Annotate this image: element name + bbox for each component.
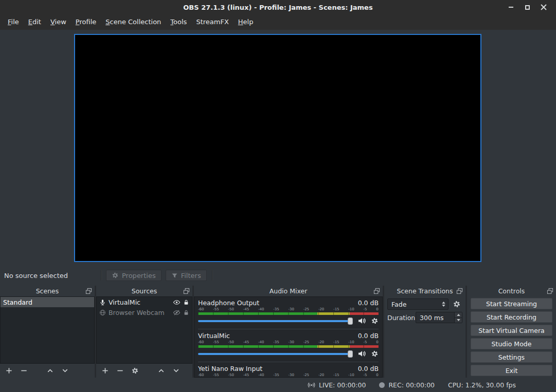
move-source-up-button[interactable] [157,367,165,375]
sources-list: VirtualMic Browser Webcam [96,296,192,364]
filter-icon [171,272,178,279]
lock-icon[interactable] [183,309,189,316]
status-bar: LIVE: 00:00:00 REC: 00:00:00 CPU: 1.2%, … [0,378,556,392]
duration-increment-button[interactable] [455,312,462,318]
gear-icon[interactable] [371,350,379,358]
speaker-icon[interactable] [357,316,366,325]
move-scene-up-button[interactable] [46,367,54,375]
controls-panel: Controls Start Streaming Start Recording… [467,286,556,378]
gear-icon[interactable] [371,317,379,325]
popout-icon[interactable] [85,288,92,294]
audio-mixer-body: Headphone Output 0.0 dB -60-55-50-45-40-… [194,296,383,378]
rec-time: REC: 00:00:00 [388,381,435,389]
start-streaming-button[interactable]: Start Streaming [471,298,552,309]
close-icon [541,4,547,10]
filters-button[interactable]: Filters [166,270,207,281]
menubar: FileEditViewProfileScene CollectionTools… [0,14,556,30]
transition-select-value: Fade [391,301,406,308]
volume-slider[interactable] [198,353,353,355]
duration-spinbox[interactable]: 300 ms [416,312,462,323]
eye-icon[interactable] [173,298,181,306]
audio-mixer-title: Audio Mixer [270,287,308,295]
menu-help[interactable]: Help [234,14,258,30]
popout-icon[interactable] [373,288,380,294]
popout-icon[interactable] [456,288,463,294]
menu-file[interactable]: File [3,14,24,30]
add-scene-button[interactable] [5,367,13,375]
menu-tools[interactable]: Tools [166,14,191,30]
volume-slider-handle[interactable] [348,318,353,325]
cpu-fps-stats: CPU: 1.2%, 30.00 fps [448,381,516,389]
scenes-panel: Scenes Standard [0,286,95,378]
move-scene-down-button[interactable] [61,367,69,375]
popout-icon[interactable] [547,288,553,294]
sources-panel-header: Sources [96,286,192,296]
remove-source-button[interactable] [116,367,124,375]
menu-scene-collection[interactable]: Scene Collection [101,14,166,30]
studio-mode-button[interactable]: Studio Mode [471,338,552,349]
popout-icon[interactable] [183,288,190,294]
record-dot-icon [379,382,385,388]
source-name: VirtualMic [109,298,170,306]
source-item-virtualmic[interactable]: VirtualMic [97,297,192,307]
audio-mixer-header: Audio Mixer [194,286,383,296]
source-item-browser-webcam[interactable]: Browser Webcam [97,307,192,318]
move-source-down-button[interactable] [172,367,180,375]
remove-scene-button[interactable] [20,367,28,375]
source-context-status: No source selected [0,272,101,279]
settings-button[interactable]: Settings [471,351,552,363]
sources-panel-title: Sources [132,287,157,295]
duration-value: 300 ms [420,314,444,322]
maximize-icon [525,5,530,10]
channel-name: Yeti Nano Raw Input [198,365,262,372]
transition-select[interactable]: Fade [387,298,449,310]
menu-streamfx[interactable]: StreamFX [191,14,233,30]
scene-item-standard[interactable]: Standard [1,297,94,307]
menu-edit[interactable]: Edit [24,14,46,30]
volume-slider[interactable] [198,320,353,322]
eye-slash-icon[interactable] [173,309,181,316]
sources-panel: Sources VirtualMic Browser Webcam [96,286,192,378]
start-recording-button[interactable]: Start Recording [471,311,552,323]
minimize-button[interactable] [503,1,519,13]
stats-text: CPU: 1.2%, 30.00 fps [448,381,516,389]
meter-scale: -60-55-50-45-40-35-30-25-20-15-10-50 [198,307,379,312]
duration-label: Duration [387,314,413,322]
lock-icon[interactable] [183,299,189,306]
add-source-button[interactable] [101,367,109,375]
controls-panel-header: Controls [467,286,556,296]
properties-button[interactable]: Properties [106,270,162,281]
exit-button[interactable]: Exit [471,365,552,376]
menu-view[interactable]: View [46,14,71,30]
rec-status: REC: 00:00:00 [379,381,435,389]
meter-scale: -60-55-50-45-40-35-30-25-20-15-10-50 [198,373,379,378]
preview-canvas[interactable] [74,34,481,262]
live-time: LIVE: 00:00:00 [319,381,366,389]
maximize-button[interactable] [519,1,535,13]
start-virtual-camera-button[interactable]: Start Virtual Camera [471,325,552,336]
channel-level: 0.0 dB [358,332,379,340]
mixer-channel-headphone-output: Headphone Output 0.0 dB -60-55-50-45-40-… [198,298,379,326]
duration-decrement-button[interactable] [455,318,462,323]
channel-name: Headphone Output [198,299,259,307]
scenes-panel-title: Scenes [36,287,59,295]
source-properties-button[interactable] [131,367,139,375]
separator [101,270,102,281]
transition-properties-button[interactable] [451,298,462,310]
mixer-channel-virtualmic: VirtualMic 0.0 dB -60-55-50-45-40-35-30-… [198,329,379,359]
volume-slider-handle[interactable] [348,350,353,358]
scene-transitions-panel: Scene Transitions Fade [384,286,465,378]
controls-panel-title: Controls [498,287,525,295]
globe-icon [99,309,106,316]
volume-meter [198,312,379,315]
scenes-list: Standard [0,296,95,364]
separator [212,270,213,281]
scenes-panel-header: Scenes [0,286,95,296]
menu-profile[interactable]: Profile [71,14,101,30]
gear-icon [112,272,119,279]
speaker-icon[interactable] [357,349,366,358]
close-button[interactable] [535,1,552,13]
scenes-toolbar [0,364,95,378]
audio-mixer-panel: Audio Mixer Headphone Output 0.0 dB -60-… [194,286,383,378]
sources-toolbar [96,364,192,378]
